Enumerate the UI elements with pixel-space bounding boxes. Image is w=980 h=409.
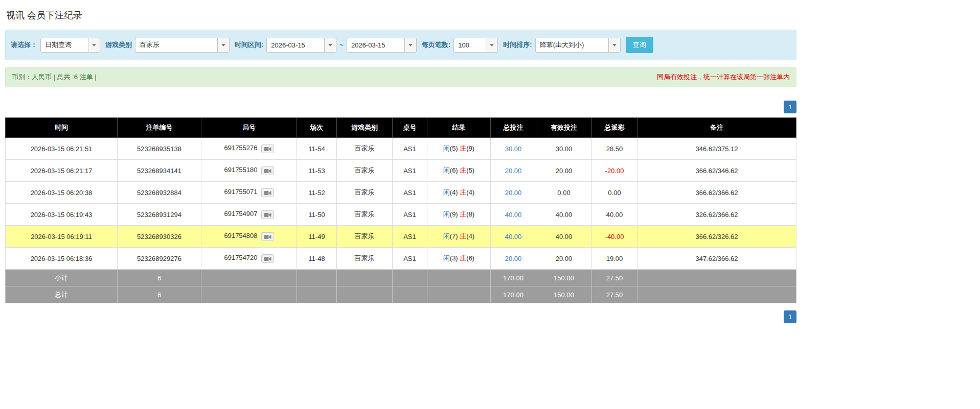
footer-game-type (337, 270, 393, 286)
cell-table-no: AS1 (393, 248, 427, 270)
sort-order-dropdown-button[interactable] (608, 38, 620, 52)
cell-result: 闲(7) 庄(4) (427, 226, 491, 248)
cell-payout: 19.00 (592, 248, 637, 270)
table-row: 2026-03-15 06:21:17523268934141691755180… (6, 160, 796, 182)
cell-game-type: 百家乐 (337, 182, 393, 204)
select-type-dropdown-button[interactable] (88, 38, 100, 52)
date-from-input[interactable] (267, 38, 324, 52)
cell-table-no: AS1 (393, 182, 427, 204)
total-bet-link[interactable]: 20.00 (505, 189, 522, 197)
select-type-label: 请选择： (11, 40, 37, 50)
page-button[interactable]: 1 (784, 101, 796, 113)
cell-bet-id: 523268934141 (118, 160, 201, 182)
search-button[interactable]: 查询 (626, 37, 653, 53)
video-camera-icon (264, 190, 271, 198)
cell-note: 366.62/366.62 (637, 182, 796, 204)
round-video-button[interactable] (261, 188, 274, 197)
cell-result: 闲(4) 庄(4) (427, 182, 491, 204)
total-bet-link[interactable]: 30.00 (505, 145, 522, 153)
cell-valid-bet: 30.00 (536, 138, 592, 160)
game-type-input[interactable] (135, 38, 217, 52)
cell-round-id: 691755276 (201, 138, 297, 160)
video-camera-icon (264, 212, 271, 220)
page-title: 视讯 会员下注纪录 (6, 9, 796, 21)
cell-valid-bet: 0.00 (536, 182, 592, 204)
round-number: 691755180 (224, 166, 257, 174)
result-banker-label: 庄 (460, 145, 466, 152)
round-video-button[interactable] (261, 166, 274, 175)
video-camera-icon (264, 168, 271, 176)
per-page-input[interactable] (454, 38, 486, 52)
cell-time: 2026-03-15 06:20:38 (6, 182, 118, 204)
cell-note: 346.62/375.12 (637, 138, 796, 160)
per-page-label: 每页笔数: (422, 40, 450, 50)
page-button[interactable]: 1 (784, 310, 796, 323)
result-banker-label: 庄 (460, 254, 466, 262)
result-player-score: (5) (450, 145, 458, 152)
cell-valid-bet: 20.00 (536, 248, 592, 270)
total-bet-link[interactable]: 20.00 (505, 167, 522, 175)
result-banker-score: (9) (466, 145, 474, 152)
cell-valid-bet: 40.00 (536, 204, 592, 226)
summary-currency-text: 币别：人民币 | 总共 :6 注单 | (12, 73, 97, 82)
cell-valid-bet: 20.00 (536, 160, 592, 182)
footer-count: 6 (118, 286, 201, 303)
per-page-dropdown-button[interactable] (486, 38, 497, 52)
cell-bet-id: 523268932884 (118, 182, 201, 204)
summary-notice-text: 同局有效投注，统一计算在该局第一张注单内 (657, 73, 790, 82)
column-header: 备注 (637, 118, 796, 138)
select-type-input[interactable] (41, 38, 88, 52)
cell-table-no: AS1 (393, 226, 427, 248)
cell-total-bet[interactable]: 40.00 (491, 226, 536, 248)
cell-payout: 40.00 (592, 204, 637, 226)
cell-note: 366.62/346.62 (637, 160, 796, 182)
total-bet-link[interactable]: 20.00 (505, 255, 522, 262)
chevron-down-icon (92, 44, 96, 46)
cell-result: 闲(6) 庄(5) (427, 160, 491, 182)
cell-total-bet[interactable]: 40.00 (491, 204, 536, 226)
cell-game-type: 百家乐 (337, 204, 393, 226)
round-video-button[interactable] (261, 254, 274, 263)
table-row: 2026-03-15 06:20:38523268932884691755071… (6, 182, 796, 204)
filter-bar: 请选择： 游戏类别 时间区间: ~ 每页笔数: 时间排序: (5, 30, 796, 60)
cell-result: 闲(5) 庄(9) (427, 138, 491, 160)
date-to-combobox (347, 38, 417, 53)
game-type-dropdown-button[interactable] (217, 38, 229, 52)
footer-result (427, 270, 491, 286)
date-range-label: 时间区间: (235, 40, 263, 50)
cell-session: 11-53 (297, 160, 337, 182)
total-bet-link[interactable]: 40.00 (505, 233, 522, 240)
cell-total-bet[interactable]: 20.00 (491, 248, 536, 270)
table-footer-row: 总计6170.00150.0027.50 (6, 286, 796, 303)
result-banker-label: 庄 (460, 188, 466, 196)
cell-payout: -20.00 (592, 160, 637, 182)
round-number: 691754808 (224, 232, 257, 239)
pagination-bottom: 1 (5, 310, 796, 323)
footer-game-type (337, 286, 393, 303)
round-video-button[interactable] (261, 210, 274, 219)
cell-valid-bet: 40.00 (536, 226, 592, 248)
cell-total-bet[interactable]: 20.00 (491, 182, 536, 204)
result-banker-score: (4) (466, 232, 474, 240)
date-to-input[interactable] (347, 38, 404, 52)
table-row: 2026-03-15 06:21:51523268935138691755276… (6, 138, 796, 160)
cell-payout: 28.50 (592, 138, 637, 160)
column-header: 有效投注 (536, 118, 592, 138)
footer-label: 总计 (6, 286, 118, 303)
result-player-label: 闲 (443, 210, 450, 218)
cell-total-bet[interactable]: 20.00 (491, 160, 536, 182)
chevron-down-icon (612, 44, 617, 46)
cell-total-bet[interactable]: 30.00 (491, 138, 536, 160)
footer-round (201, 270, 297, 286)
cell-round-id: 691755180 (201, 160, 297, 182)
sort-order-input[interactable] (536, 38, 608, 52)
column-header: 注单编号 (118, 118, 201, 138)
video-camera-icon (264, 146, 271, 154)
round-video-button[interactable] (261, 232, 274, 241)
date-to-dropdown-button[interactable] (404, 38, 416, 52)
date-from-dropdown-button[interactable] (324, 38, 336, 52)
round-video-button[interactable] (261, 145, 274, 153)
total-bet-link[interactable]: 40.00 (505, 211, 522, 219)
date-from-combobox (266, 38, 336, 53)
cell-round-id: 691754808 (201, 226, 297, 248)
